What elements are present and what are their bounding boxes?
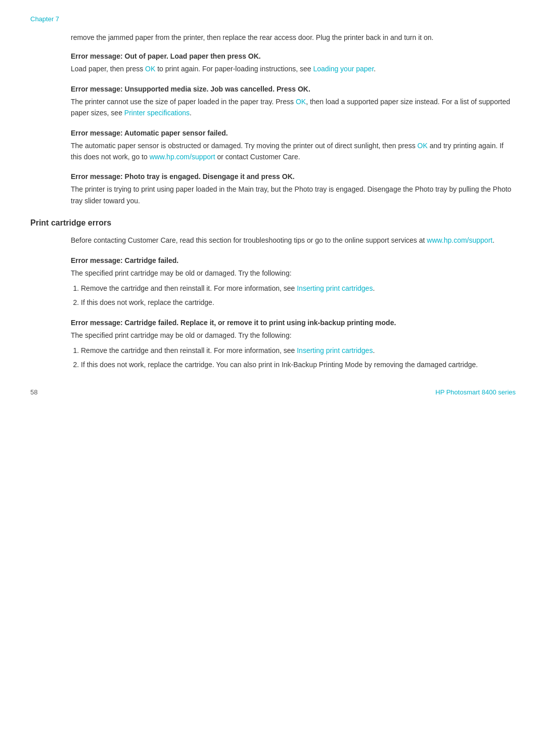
error-body-out-of-paper: Load paper, then press OK to print again… — [71, 63, 516, 74]
list-item: If this does not work, replace the cartr… — [81, 297, 516, 308]
ok-link-2: OK — [296, 98, 306, 106]
inserting-cartridges-link-1[interactable]: Inserting print cartridges — [297, 284, 373, 292]
ok-link-1: OK — [145, 65, 155, 73]
page-container: Chapter 7 remove the jammed paper from t… — [0, 0, 546, 411]
hp-support-link-1[interactable]: www.hp.com/support — [150, 153, 215, 161]
section-photo-tray: Error message: Photo tray is engaged. Di… — [71, 172, 516, 206]
print-cartridge-heading: Print cartridge errors — [30, 218, 516, 228]
error-heading-auto-sensor: Error message: Automatic paper sensor fa… — [71, 129, 516, 137]
section-cartridge-failed-replace: Error message: Cartridge failed. Replace… — [71, 319, 516, 371]
inserting-cartridges-link-2[interactable]: Inserting print cartridges — [297, 346, 373, 354]
print-cartridge-section: Print cartridge errors Before contacting… — [30, 218, 516, 371]
error-body-photo-tray: The printer is trying to print using pap… — [71, 184, 516, 206]
hp-support-link-2[interactable]: www.hp.com/support — [427, 236, 492, 244]
error-heading-out-of-paper: Error message: Out of paper. Load paper … — [71, 52, 516, 60]
cartridge-failed-list: Remove the cartridge and then reinstall … — [81, 283, 516, 308]
page-footer: 58 HP Photosmart 8400 series — [30, 388, 516, 396]
printer-specs-link[interactable]: Printer specifications — [124, 109, 190, 117]
ok-link-3: OK — [418, 142, 428, 150]
error-heading-photo-tray: Error message: Photo tray is engaged. Di… — [71, 172, 516, 181]
section-unsupported-media: Error message: Unsupported media size. J… — [71, 85, 516, 119]
error-heading-unsupported-media: Error message: Unsupported media size. J… — [71, 85, 516, 93]
product-name: HP Photosmart 8400 series — [435, 388, 516, 396]
error-body-cartridge-failed: The specified print cartridge may be old… — [71, 268, 516, 279]
error-heading-cartridge-failed-replace: Error message: Cartridge failed. Replace… — [71, 319, 516, 327]
error-heading-cartridge-failed: Error message: Cartridge failed. — [71, 256, 516, 264]
intro-paragraph: remove the jammed paper from the printer… — [71, 32, 516, 43]
list-item: If this does not work, replace the cartr… — [81, 359, 516, 370]
error-body-unsupported-media: The printer cannot use the size of paper… — [71, 96, 516, 119]
error-body-cartridge-failed-replace: The specified print cartridge may be old… — [71, 330, 516, 341]
cartridge-failed-replace-list: Remove the cartridge and then reinstall … — [81, 345, 516, 371]
loading-paper-link[interactable]: Loading your paper — [313, 65, 374, 73]
chapter-label: Chapter 7 — [30, 15, 516, 23]
print-cartridge-intro-text: Before contacting Customer Care, read th… — [71, 235, 516, 246]
section-out-of-paper: Error message: Out of paper. Load paper … — [71, 52, 516, 74]
section-auto-sensor: Error message: Automatic paper sensor fa… — [71, 129, 516, 163]
list-item: Remove the cartridge and then reinstall … — [81, 283, 516, 294]
error-body-auto-sensor: The automatic paper sensor is obstructed… — [71, 140, 516, 163]
print-cartridge-intro: Before contacting Customer Care, read th… — [71, 235, 516, 246]
list-item: Remove the cartridge and then reinstall … — [81, 345, 516, 356]
page-number: 58 — [30, 388, 37, 396]
section-cartridge-failed: Error message: Cartridge failed. The spe… — [71, 256, 516, 308]
